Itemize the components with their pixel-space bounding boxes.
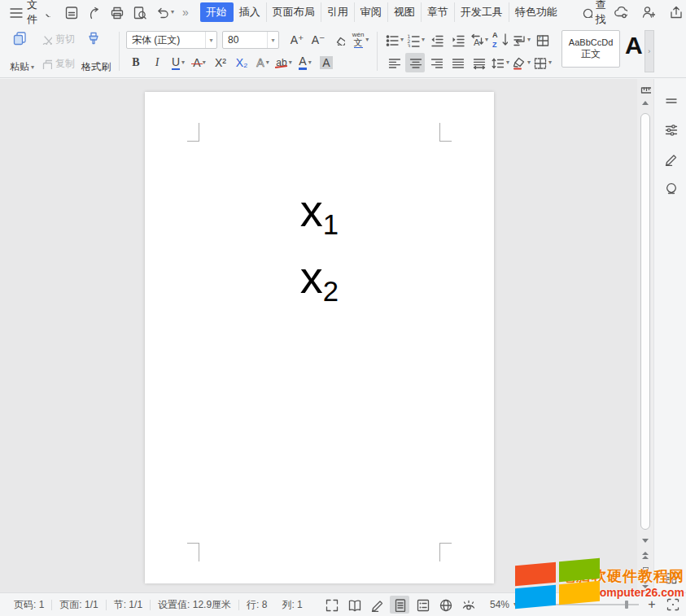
save-button[interactable]: [63, 5, 78, 20]
status-column[interactable]: 列: 1: [274, 598, 309, 612]
status-line[interactable]: 行: 8: [239, 598, 274, 612]
undo-dropdown[interactable]: ▾: [171, 9, 174, 15]
omega-icon: [663, 181, 678, 195]
export-pdf-button[interactable]: [86, 5, 101, 20]
more-commands-button[interactable]: »: [182, 6, 189, 19]
cut-button[interactable]: 剪切: [41, 29, 75, 49]
vertical-scrollbar[interactable]: [637, 79, 653, 592]
paste-button[interactable]: 粘贴▾: [7, 27, 37, 76]
status-setting-value[interactable]: 设置值: 12.9厘米: [151, 598, 238, 612]
superscript-button[interactable]: X²: [211, 53, 230, 72]
text-effects-button[interactable]: A▾: [253, 53, 273, 72]
font-name-combo[interactable]: 宋体 (正文) ▾: [126, 31, 217, 49]
pinyin-guide-button[interactable]: wén 文 ▾: [351, 30, 370, 50]
zoom-level-button[interactable]: 54%▾: [490, 599, 517, 610]
italic-button[interactable]: I: [147, 53, 167, 72]
fullscreen-button[interactable]: [321, 596, 341, 614]
tab-dev-tools[interactable]: 开发工具: [455, 2, 509, 22]
doc-line-2[interactable]: x2: [145, 255, 494, 305]
zoom-slider-handle[interactable]: [625, 601, 628, 609]
underline-button[interactable]: U▾: [168, 53, 188, 72]
write-mode-button[interactable]: [367, 596, 387, 614]
tab-page-layout[interactable]: 页面布局: [267, 2, 321, 22]
main-menu-button[interactable]: 文件: [8, 0, 50, 27]
symbols-button[interactable]: [654, 173, 686, 203]
style-item-normal[interactable]: AaBbCcDd 正文: [561, 30, 620, 68]
tab-references[interactable]: 引用: [321, 2, 355, 22]
font-name-dropdown[interactable]: ▾: [205, 32, 216, 48]
new-style-button[interactable]: A: [620, 32, 644, 58]
document-area[interactable]: x1 x2: [0, 79, 653, 592]
increase-font-button[interactable]: A⁺: [287, 30, 307, 50]
font-size-combo[interactable]: 80 ▾: [222, 31, 279, 49]
tab-review[interactable]: 审阅: [355, 2, 388, 22]
style-gallery-expand-button[interactable]: ›: [644, 30, 654, 72]
doc-line-1[interactable]: x1: [145, 188, 494, 238]
page-view-button[interactable]: [390, 596, 409, 614]
share-button[interactable]: [668, 4, 683, 21]
status-bar: 页码: 1 页面: 1/1 节: 1/1 设置值: 12.9厘米 行: 8 列:…: [0, 592, 686, 616]
properties-button[interactable]: [654, 115, 686, 144]
show-marks-button[interactable]: ▾: [511, 30, 531, 50]
previous-page-button[interactable]: [642, 548, 649, 562]
status-section[interactable]: 节: 1/1: [107, 598, 150, 612]
zoom-out-button[interactable]: −: [523, 598, 536, 611]
fit-page-button[interactable]: [665, 596, 679, 614]
text-tools-button[interactable]: [532, 30, 552, 50]
web-layout-button[interactable]: [435, 596, 455, 614]
align-left-button[interactable]: [384, 53, 404, 72]
status-page-number[interactable]: 页码: 1: [7, 598, 51, 612]
print-button[interactable]: [109, 5, 124, 20]
highlight-color-button[interactable]: ab▾: [274, 53, 294, 72]
read-layout-button[interactable]: [344, 596, 364, 614]
shading-button[interactable]: ▾: [511, 53, 531, 72]
zoom-slider[interactable]: [543, 604, 639, 605]
browse-object-button[interactable]: [643, 562, 649, 577]
tab-section[interactable]: 章节: [422, 2, 455, 22]
scroll-up-button[interactable]: [642, 95, 649, 110]
document-page[interactable]: x1 x2: [145, 92, 494, 583]
scroll-down-button[interactable]: [642, 533, 649, 548]
copy-button[interactable]: 复制: [41, 54, 75, 73]
annotation-button[interactable]: [654, 144, 686, 173]
tab-special-features[interactable]: 特色功能: [509, 2, 563, 22]
cloud-sync-button[interactable]: [613, 4, 627, 21]
sidebar-menu-button[interactable]: [654, 85, 686, 115]
bullet-list-button[interactable]: ▾: [384, 30, 404, 50]
decrease-font-button[interactable]: A⁻: [308, 30, 328, 50]
font-size-dropdown[interactable]: ▾: [267, 32, 278, 48]
invite-collaborator-button[interactable]: [640, 4, 655, 21]
subscript-button[interactable]: X₂: [232, 53, 251, 72]
char-shading-button[interactable]: A: [317, 53, 336, 72]
find-button[interactable]: 查找: [581, 0, 606, 27]
strikethrough-button[interactable]: A▾: [190, 53, 209, 72]
justify-button[interactable]: [448, 53, 467, 72]
clear-format-button[interactable]: [330, 30, 349, 50]
align-center-button[interactable]: [405, 53, 425, 72]
align-right-button[interactable]: [426, 53, 446, 72]
tab-insert[interactable]: 插入: [234, 2, 267, 22]
decrease-indent-button[interactable]: [426, 30, 446, 50]
scrollbar-thumb[interactable]: [640, 113, 650, 530]
print-preview-button[interactable]: [132, 5, 146, 20]
ruler-toggle-button[interactable]: [640, 81, 651, 95]
zoom-in-button[interactable]: +: [645, 598, 658, 611]
outline-view-button[interactable]: [413, 596, 432, 614]
borders-button[interactable]: ▾: [532, 53, 552, 72]
distribute-button[interactable]: [469, 53, 488, 72]
line-spacing-button[interactable]: ▾: [490, 53, 509, 72]
eye-protection-button[interactable]: [458, 596, 478, 614]
window-layout-button[interactable]: [654, 563, 686, 592]
tab-home[interactable]: 开始: [200, 2, 234, 22]
bold-button[interactable]: B: [126, 53, 146, 72]
format-painter-button[interactable]: 格式刷: [78, 27, 114, 76]
numbered-list-button[interactable]: ▾: [405, 30, 425, 50]
tab-view[interactable]: 视图: [388, 2, 422, 22]
next-page-button[interactable]: [642, 577, 649, 592]
text-direction-button[interactable]: ▾: [469, 30, 488, 50]
undo-button[interactable]: ▾: [155, 5, 174, 20]
increase-indent-button[interactable]: [448, 30, 467, 50]
font-color-button[interactable]: A▾: [295, 53, 315, 72]
status-page-count[interactable]: 页面: 1/1: [52, 598, 105, 612]
sort-button[interactable]: A Z: [490, 30, 509, 50]
